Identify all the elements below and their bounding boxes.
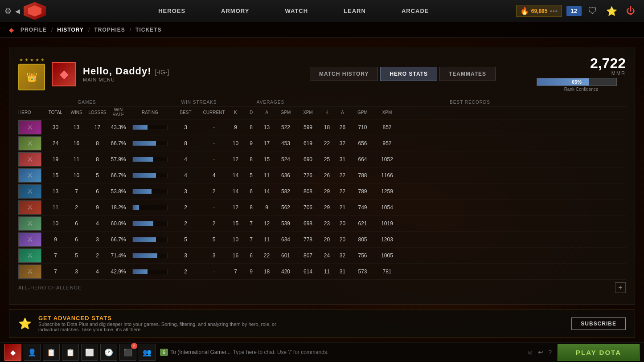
table-row[interactable]: ⚔ 7 5 2 71.4% 3 3 16 6 22 601 807 24 32 … [18,248,626,264]
tab-match-history[interactable]: MATCH HISTORY [310,67,378,81]
subnav-tickets[interactable]: TICKETS [133,26,164,34]
table-row[interactable]: ⚔ 13 7 6 53.8% 3 2 14 6 14 582 808 29 22… [18,183,626,199]
col-winrate: WIN RATE [108,107,129,117]
chat-help-icon[interactable]: ? [547,347,553,357]
cell-total: 13 [45,188,66,195]
shield-icon[interactable]: 🛡 [586,4,599,18]
cell-ba: 20 [335,236,350,243]
cell-a: 12 [259,220,275,227]
table-row[interactable]: ⚔ 30 13 17 43.3% 3 - 9 8 13 522 599 18 2… [18,119,626,135]
bottom-icon-4[interactable]: 📋 [62,344,79,361]
section-win-streaks: WIN STREAKS [171,100,227,105]
table-row[interactable]: ⚔ 10 6 4 60.0% 2 2 15 7 12 539 698 23 20… [18,216,626,232]
cell-rating-bar [129,253,171,258]
bottom-clock-icon[interactable]: 🕐 [100,344,117,361]
settings-icon[interactable]: ⚙ [4,6,12,16]
cell-current: - [200,268,228,275]
cell-current: - [200,156,228,163]
mmr-label: MMR [537,70,626,76]
bottom-icon-5[interactable]: ⬜ [81,344,98,361]
nav-watch[interactable]: WATCH [280,5,312,16]
subnav-trophies[interactable]: TROPHIES [92,26,127,34]
bottom-group-icon[interactable]: 👥 [139,344,156,361]
hero-portrait: ⚔ [18,184,41,199]
hero-portrait: ⚔ [18,120,41,134]
advanced-stats-banner: ⭐ GET ADVANCED STATS Subscribe to Dota P… [9,309,635,338]
confidence-pct: 65% [572,79,582,85]
col-a: A [259,110,275,115]
table-row[interactable]: ⚔ 24 16 8 66.7% 8 - 10 9 17 453 619 22 3… [18,135,626,151]
cell-total: 10 [45,220,66,227]
cell-bxpm: 1166 [375,172,399,179]
chat-input[interactable] [233,349,523,355]
cell-losses: 9 [87,204,108,211]
section-averages: AVERAGES [227,100,314,105]
power-icon[interactable]: ⏻ [624,4,637,18]
cell-best: 3 [171,188,200,195]
cell-wins: 13 [66,124,87,130]
cell-losses: 2 [87,252,108,259]
cell-bgpm: 805 [350,236,375,243]
nav-learn[interactable]: LEARN [339,5,370,16]
cell-losses: 8 [87,140,108,146]
bottom-dota2-icon[interactable]: ⬛ 2 [119,344,136,361]
cell-gpm: 636 [275,172,297,179]
cell-wins: 3 [66,268,87,275]
bottom-icon-3[interactable]: 📋 [43,344,60,361]
battle-pass-icon[interactable]: ⭐ [604,4,619,19]
main-nav: HEROES ARMORY WATCH LEARN ARCADE [71,5,516,16]
cell-winrate: 18.2% [108,204,129,211]
cell-total: 7 [45,252,66,259]
advanced-stats-desc1: Subscribe to Dota Plus and dig deeper in… [38,321,276,327]
cell-winrate: 60.0% [108,220,129,227]
hero-portrait-cell: ⚔ [18,152,45,167]
col-rating: RATING [129,110,171,115]
cell-ba: 20 [335,220,350,227]
bottom-profile-icon[interactable]: 👤 [24,344,41,361]
col-total[interactable]: TOTAL [45,110,66,115]
cell-k: 7 [228,268,243,275]
cell-ba: 31 [335,156,350,163]
cell-current: 5 [200,236,228,243]
emoji-icon[interactable]: ☺ [525,347,534,357]
cell-a: 17 [259,140,275,146]
cell-bgpm: 789 [350,188,375,195]
cell-ba: 31 [335,268,350,275]
play-dota-button[interactable]: PLAY DOTA [558,344,640,361]
nav-arcade[interactable]: ARCADE [397,5,434,16]
bottom-dota-icon[interactable]: ◆ [4,344,21,361]
tab-teammates[interactable]: TEAMMATES [439,67,496,81]
tab-hero-stats[interactable]: HERO STATS [380,67,437,81]
cell-rating-bar [129,269,171,274]
cell-xpm: 690 [297,156,319,163]
cell-k: 15 [228,220,243,227]
table-row[interactable]: ⚔ 7 3 4 42.9% 2 - 7 9 18 420 614 11 31 5… [18,264,626,280]
cell-winrate: 53.8% [108,188,129,195]
cell-xpm: 808 [297,188,319,195]
table-row[interactable]: ⚔ 15 10 5 66.7% 4 4 14 5 11 636 726 26 2… [18,167,626,183]
cell-ba: 32 [335,140,350,146]
back-icon[interactable]: ◀ [15,8,20,15]
dota-logo[interactable] [24,2,46,20]
expand-button[interactable]: + [615,282,626,293]
chat-action-icon[interactable]: ↩ [537,347,545,357]
cell-a: 15 [259,156,275,163]
hero-portrait: ⚔ [18,168,41,183]
cell-current: - [200,140,228,146]
cell-rating-bar [129,237,171,242]
cell-d: 7 [243,220,259,227]
table-row[interactable]: ⚔ 19 11 8 57.9% 4 - 12 8 15 524 690 25 3… [18,151,626,167]
cell-d: 6 [243,252,259,259]
cell-best: 3 [171,252,200,259]
nav-heroes[interactable]: HEROES [154,5,190,16]
table-row[interactable]: ⚔ 9 6 3 66.7% 5 5 10 7 11 634 778 20 20 … [18,232,626,248]
subnav-profile[interactable]: PROFILE [18,26,49,34]
hero-portrait: ⚔ [18,136,41,150]
subnav-history[interactable]: HISTORY [55,26,86,34]
table-row[interactable]: ⚔ 11 2 9 18.2% 2 - 12 8 9 562 706 29 21 … [18,199,626,216]
nav-armory[interactable]: ARMORY [217,5,254,16]
all-hero-row: ALL-HERO CHALLENGE + [18,280,626,295]
subscribe-button[interactable]: SUBSCRIBE [571,317,626,330]
cell-bgpm: 788 [350,172,375,179]
cell-best: 8 [171,140,200,146]
